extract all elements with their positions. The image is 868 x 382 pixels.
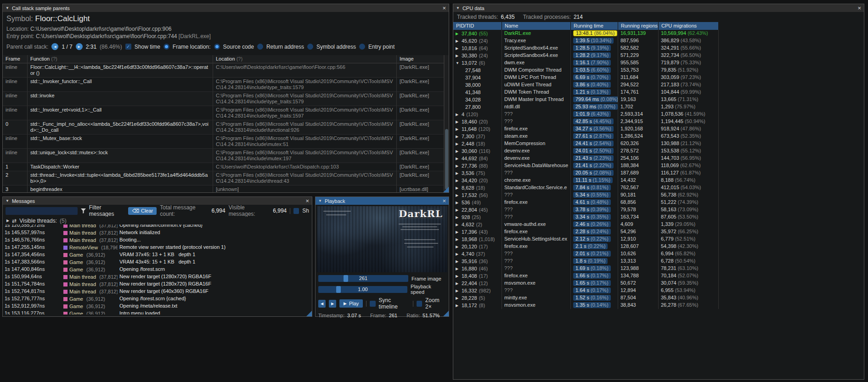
cpu-row[interactable]: ▶27,736(88)ServiceHub.DataWarehouse21.41…: [453, 162, 864, 169]
callstack-row[interactable]: 0std::_Func_impl_no_alloc<<lambda_5bc224…: [3, 120, 444, 135]
message-row[interactable]: 1s 147,383,566nsGame (36,912)VRAM 43x45:…: [3, 258, 312, 266]
cpu-row[interactable]: ▶30,380(24)ScriptedSandbox64.exe1:28.2 (…: [453, 52, 864, 59]
cpu-row[interactable]: ▶4(120)???1:01.9 (6.43%)2,593,3141,078,5…: [453, 111, 864, 118]
expand-arrow-icon[interactable]: ▶: [456, 273, 460, 279]
expand-arrow-icon[interactable]: ▶: [456, 251, 460, 257]
cpu-row[interactable]: ▶4,740(37)???2.01 s (0.21%)10,6266,994 (…: [453, 250, 864, 258]
radio-entry-point-label[interactable]: Entry point: [368, 44, 395, 50]
expand-arrow-icon[interactable]: ▶: [456, 214, 460, 220]
resize-grip[interactable]: [306, 311, 312, 316]
show-time-label[interactable]: Show time: [135, 44, 160, 50]
close-icon[interactable]: ×: [857, 5, 861, 11]
cpu-row[interactable]: ▶11,648(120)firefox.exe34.27 s (3.56%)1,…: [453, 125, 864, 133]
cpu-row[interactable]: ▶8,628(18)StandardCollector.Service.e7.8…: [453, 184, 864, 191]
sync-timeline-label[interactable]: Sync timeline: [379, 297, 410, 310]
expand-arrow-icon[interactable]: ▶: [456, 266, 460, 272]
expand-arrow-icon[interactable]: ▶: [456, 200, 460, 206]
expand-arrow-icon[interactable]: ▶: [456, 178, 460, 184]
visible-threads-label[interactable]: Visible threads:: [19, 218, 57, 224]
cpu-row[interactable]: ▶16,332(982)???1.64 s (0.17%)12,8946,955…: [453, 287, 864, 294]
cpu-row[interactable]: ▶18,460(20)???42.85 s (4.45%)2,344,9151,…: [453, 118, 864, 125]
cpu-row[interactable]: ▶22,804(45)???3.78 s (0.39%)79,57858,163…: [453, 206, 864, 213]
collapse-arrow-icon[interactable]: ▼: [456, 6, 460, 10]
callstack-row[interactable]: inlinestd::unique_lock<std::mutex>::lock…: [3, 149, 444, 163]
column-header-image[interactable]: Image: [397, 55, 444, 63]
cpu-row[interactable]: ▶4,632(2)vmware-authd.exe2.46 s (0.26%)4…: [453, 221, 864, 228]
cpu-row[interactable]: ▶44,692(84)devenv.exe21.43 s (2.23%)254,…: [453, 155, 864, 162]
vertical-scrollbar[interactable]: [444, 55, 449, 192]
scrollbar-thumb[interactable]: [445, 129, 448, 190]
message-row[interactable]: 1s 145,557,997nsMain thread (37,812)Netw…: [3, 229, 312, 236]
callstack-row[interactable]: inlinestd::_Invoker_functor::_CallC:\Pro…: [3, 78, 444, 92]
zoom-2x-checkbox[interactable]: ✓: [417, 301, 422, 307]
column-header-running-regions[interactable]: Running regions: [618, 22, 659, 30]
cpu-row[interactable]: ▶35,916(36)???1.8 s (0.19%)13,3136,728 (…: [453, 258, 864, 265]
expand-arrow-icon[interactable]: ▶: [456, 38, 460, 44]
expand-arrow-icon[interactable]: ▶: [456, 229, 460, 235]
cpu-row[interactable]: ▶30,060(116)devenv.exe24.01 s (2.50%)278…: [453, 147, 864, 155]
column-header-name[interactable]: Name: [502, 22, 571, 30]
cpu-row[interactable]: 41,348DWM Token Thread1.21 s (0.13%)174,…: [453, 89, 864, 96]
radio-return-address[interactable]: [257, 44, 263, 50]
cpu-row[interactable]: 27,548DWM Compositor Thread1:03.5 (6.60%…: [453, 67, 864, 74]
message-row[interactable]: 1s 152,912,997nsGame (36,912)Opening /me…: [3, 303, 312, 310]
cpu-row[interactable]: ▶18,172(8)msvsmon.exe1.35 s (0.14%)38,84…: [453, 302, 864, 309]
expand-arrow-icon[interactable]: ▶: [456, 134, 460, 140]
expand-arrow-icon[interactable]: ▶: [456, 281, 460, 286]
resize-grip[interactable]: [443, 187, 449, 192]
cpu-row[interactable]: ▶17,532(56)???5.34 s (0.55%)90,18156,738…: [453, 191, 864, 199]
column-header-frame[interactable]: Frame: [3, 55, 28, 63]
expand-arrow-icon[interactable]: ▶: [456, 295, 460, 301]
expand-arrow-icon[interactable]: ▶: [456, 163, 460, 169]
show-option-checkbox[interactable]: ✓: [293, 208, 299, 214]
message-row[interactable]: 1s 146,576,766nsMain thread (37,812)Boot…: [3, 236, 312, 244]
frame-image-slider[interactable]: 261: [318, 275, 408, 282]
expand-arrow-icon[interactable]: ▶: [456, 148, 460, 154]
column-header-location[interactable]: Location (?): [213, 55, 397, 63]
expand-arrow-icon[interactable]: ▶: [456, 156, 460, 162]
message-row[interactable]: 1s 120,355,272nsMain thread (37,812)Open…: [3, 225, 312, 229]
callstack-row[interactable]: inlineFloor::CalcLight::__l4::<lambda_5b…: [3, 63, 444, 78]
expand-arrow-icon[interactable]: ▶: [456, 303, 460, 309]
message-row[interactable]: 1s 147,255,145nsRemoteView (18,796)Remot…: [3, 244, 312, 251]
cpu-row[interactable]: ▶928(25)???3.34 s (0.35%)163,73487,605 (…: [453, 213, 864, 221]
expand-arrow-icon[interactable]: ▶: [456, 31, 460, 37]
cpu-row[interactable]: ▶2,448(18)MemCompression24.41 s (2.54%)6…: [453, 140, 864, 147]
cpu-row[interactable]: ▶7,300(37)steam.exe27.61 s (2.87%)1,286,…: [453, 133, 864, 140]
speed-slider-grab[interactable]: [336, 286, 341, 293]
callstack-titlebar[interactable]: ▼ Call stack sample parents ×: [3, 4, 449, 12]
expand-arrow-icon[interactable]: ▶: [6, 219, 9, 223]
column-header-running-time[interactable]: Running time: [571, 22, 618, 30]
cpu-row[interactable]: ▶45,620(24)Tracy.exe1:39.5 (10.34%)887,5…: [453, 37, 864, 45]
message-row[interactable]: 1s 152,764,817nsMain thread (37,812)New …: [3, 288, 312, 295]
messages-titlebar[interactable]: ▼ Messages ×: [3, 197, 312, 205]
cpu-row[interactable]: ▶20,120(17)firefox.exe2.1 s (0.22%)128,6…: [453, 243, 864, 250]
radio-symbol-address-label[interactable]: Symbol address: [316, 44, 356, 50]
callstack-row[interactable]: inlinestd::_Invoker_ret<void,1>::_CallC:…: [3, 106, 444, 120]
column-header-function[interactable]: Function (?): [28, 55, 213, 63]
message-row[interactable]: 1s 147,354,456nsGame (36,912)VRAM 37x45:…: [3, 251, 312, 258]
close-icon[interactable]: ×: [305, 198, 309, 204]
column-header-pid-tid[interactable]: PID/TID: [453, 22, 502, 30]
collapse-arrow-icon[interactable]: ▼: [6, 199, 9, 203]
resize-grip[interactable]: [443, 311, 449, 316]
cpu-row[interactable]: ▶536(49)firefox.exe4.61 s (0.48%)68,8565…: [453, 199, 864, 206]
prev-parent-button[interactable]: ◀: [51, 43, 58, 50]
close-icon[interactable]: ×: [442, 198, 446, 204]
cpu-row[interactable]: ▶3,536(75)???20.05 s (2.08%)187,689116,1…: [453, 169, 864, 177]
playback-speed-slider[interactable]: 1.00: [318, 286, 407, 293]
cpu-data-titlebar[interactable]: ▼ CPU data ×: [453, 4, 864, 12]
callstack-row[interactable]: inlinestd::_Mutex_base::lockC:\Program F…: [3, 135, 444, 149]
expand-arrow-icon[interactable]: ▶: [456, 192, 460, 198]
cpu-row[interactable]: ▶22,404(12)msvsmon.exe1.65 s (0.17%)50,6…: [453, 280, 864, 287]
radio-source-code[interactable]: [214, 44, 220, 50]
message-row[interactable]: 1s 150,994,64nsMain thread (37,812)New r…: [3, 273, 312, 281]
cpu-row[interactable]: 34,028DWM Master Input Thread799.64 ms (…: [453, 96, 864, 103]
clear-button[interactable]: ⌫ Clear: [128, 207, 157, 215]
expand-arrow-icon[interactable]: ▶: [456, 185, 460, 191]
radio-symbol-address[interactable]: [307, 44, 313, 50]
show-time-checkbox[interactable]: ✓: [125, 44, 131, 50]
frame-slider-grab[interactable]: [344, 275, 348, 282]
expand-arrow-icon[interactable]: ▶: [456, 207, 460, 213]
expand-arrow-icon[interactable]: ▶: [456, 119, 460, 125]
